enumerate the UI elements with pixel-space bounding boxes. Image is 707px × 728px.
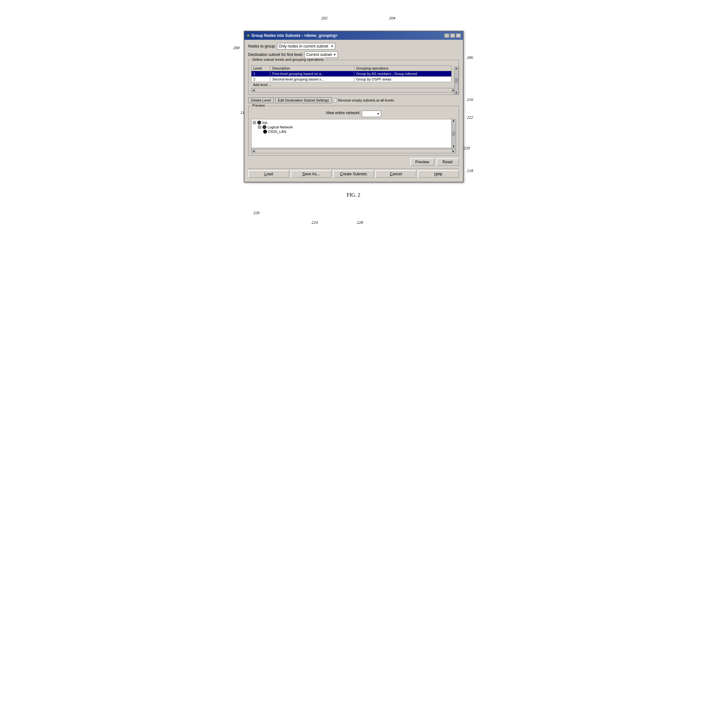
annotation-206: 206: [467, 55, 473, 60]
close-button[interactable]: ✕: [456, 33, 461, 38]
levels-table: Level Description Grouping operations 1 …: [251, 65, 452, 82]
delete-level-button[interactable]: Delete Level: [248, 97, 274, 103]
main-dialog: ✳ Group Nodes into Subnets - <demo_group…: [244, 31, 463, 182]
view-label: View entire network:: [326, 111, 361, 117]
col-description: Description: [270, 66, 354, 71]
scroll-down-icon[interactable]: ▼: [455, 91, 458, 94]
scroll-left-icon[interactable]: ◄: [251, 89, 256, 92]
load-button[interactable]: Load: [248, 170, 289, 178]
destination-subnet-label: Destination subnet for first level:: [248, 52, 303, 57]
tree-item-top[interactable]: ⊟ top: [253, 121, 454, 124]
tree-vertical-scrollbar[interactable]: ▲ ▼: [451, 119, 456, 148]
help-button[interactable]: Help: [418, 170, 459, 178]
app-icon: ✳: [246, 33, 250, 38]
nodes-to-group-dropdown[interactable]: Only nodes in current subnet ▼: [277, 43, 335, 49]
cancel-button[interactable]: Cancel: [375, 170, 416, 178]
annotation-226: 226: [254, 210, 260, 215]
tree-scroll-right-icon[interactable]: ►: [451, 150, 456, 153]
remove-empty-checkbox[interactable]: ✓: [333, 98, 337, 102]
create-subnets-button[interactable]: Create Subnets: [333, 170, 374, 178]
cell-desc-1: First-level grouping based on a...: [270, 71, 354, 77]
reset-button[interactable]: Reset: [436, 158, 459, 166]
nodes-to-group-label: Nodes to group:: [248, 44, 276, 49]
edit-destination-button[interactable]: Edit Destination Subnet Settings: [275, 97, 332, 103]
destination-subnet-row: Destination subnet for first level: Curr…: [248, 51, 459, 58]
tree-expand-logical-icon[interactable]: ⊟: [258, 126, 261, 129]
scroll-track: [256, 88, 451, 92]
figure-caption: FIG. 2: [228, 192, 480, 198]
vertical-scrollbar[interactable]: ▲ ▼: [454, 66, 459, 94]
logical-network-node-icon: [263, 125, 266, 129]
annotation-220: 220: [463, 146, 470, 151]
maximize-button[interactable]: □: [450, 33, 455, 38]
cancel-underline-icon: C: [390, 172, 393, 176]
tree-item-logical-network[interactable]: ⊟ Logical Network: [258, 125, 454, 129]
save-as-button[interactable]: Save As...: [291, 170, 332, 178]
tree-item-cr20-lan[interactable]: CR20_LAN: [263, 130, 454, 134]
bottom-buttons-row: Load Save As... Create Subnets Cancel He…: [248, 169, 459, 179]
view-dropdown[interactable]: ▼: [362, 111, 381, 117]
define-levels-label: Define subnet levels and grouping operat…: [251, 58, 325, 61]
cr20-lan-label: CR20_LAN: [268, 130, 286, 134]
tree-scroll-up-icon[interactable]: ▲: [452, 119, 455, 122]
dialog-title: Group Nodes into Subnets - <demo_groupin…: [251, 33, 338, 38]
annotation-200: 200: [234, 45, 240, 51]
help-label-rest: elp: [437, 172, 442, 176]
tree-expand-top-icon[interactable]: ⊟: [253, 121, 256, 124]
annotation-216: 216: [467, 97, 473, 102]
table-row[interactable]: 2 Second-level grouping based o... Group…: [251, 77, 451, 82]
view-dropdown-arrow-icon: ▼: [377, 112, 380, 116]
cell-level-1: 1: [251, 71, 270, 77]
annotation-218: 218: [467, 168, 473, 173]
horizontal-scrollbar[interactable]: ◄ ►: [251, 88, 456, 92]
tree-scroll-thumb: [452, 131, 455, 136]
create-label-rest: reate Subnets: [343, 172, 367, 176]
remove-empty-checkbox-label[interactable]: ✓ Remove empty subnets at all levels: [333, 98, 394, 102]
tree-h-scroll-track: [256, 149, 451, 153]
top-node-label: top: [263, 121, 267, 124]
load-label-rest: oad: [266, 172, 273, 176]
destination-subnet-value: Current subnet: [306, 52, 332, 57]
col-level: Level: [251, 66, 270, 71]
col-operations: Grouping operations: [354, 66, 451, 71]
cell-level-2: 2: [251, 77, 270, 82]
tree-horizontal-scrollbar[interactable]: ◄ ►: [251, 149, 456, 153]
destination-subnet-dropdown[interactable]: Current subnet ▼: [304, 51, 338, 58]
preview-reset-row: Preview Reset: [248, 158, 459, 166]
table-header-row: Level Description Grouping operations: [251, 66, 451, 71]
title-bar: ✳ Group Nodes into Subnets - <demo_group…: [244, 31, 463, 40]
nodes-to-group-value: Only nodes in current subnet: [278, 44, 328, 49]
help-underline-icon: H: [434, 172, 437, 176]
levels-table-area: Level Description Grouping operations 1 …: [251, 64, 452, 87]
annotation-204: 204: [389, 16, 396, 21]
save-as-label-rest: ave As...: [305, 172, 320, 176]
tree-scroll-left-icon[interactable]: ◄: [251, 150, 256, 153]
table-row[interactable]: 1 First-level grouping based on a... Gro…: [251, 71, 451, 77]
minimize-button[interactable]: _: [444, 33, 449, 38]
dialog-content: Nodes to group: Only nodes in current su…: [244, 40, 463, 182]
window-controls: _ □ ✕: [444, 33, 461, 38]
annotation-228: 228: [357, 220, 364, 225]
preview-group: Preview View entire network: ▼ ⊟ top: [248, 106, 459, 156]
preview-button[interactable]: Preview: [410, 158, 434, 166]
preview-group-label: Preview: [251, 104, 266, 107]
tree-scroll-down-icon[interactable]: ▼: [452, 145, 455, 148]
logical-network-label: Logical Network: [268, 125, 293, 129]
annotation-224: 224: [312, 220, 318, 225]
cr20-lan-node-icon: [263, 130, 267, 134]
cell-desc-2: Second-level grouping based o...: [270, 77, 354, 82]
dropdown-arrow-icon: ▼: [331, 45, 333, 48]
scroll-thumb: [455, 78, 458, 83]
dropdown-arrow-2-icon: ▼: [333, 53, 336, 56]
cancel-label-rest: ancel: [393, 172, 402, 176]
top-node-icon: [257, 121, 261, 124]
remove-empty-label: Remove empty subnets at all levels: [338, 98, 394, 102]
cell-ops-2: Group by OSPF areas: [354, 77, 451, 82]
cell-ops-1: Group by AS numbers ; Group inferred: [354, 71, 451, 77]
scroll-up-icon[interactable]: ▲: [455, 67, 458, 70]
nodes-to-group-row: Nodes to group: Only nodes in current su…: [248, 43, 459, 49]
preview-tree-area: ⊟ top ⊟ Logical Network CR20_LAN: [251, 119, 456, 148]
add-level-item[interactable]: Add level ...: [251, 82, 452, 87]
annotation-202: 202: [321, 16, 328, 21]
define-levels-group: Define subnet levels and grouping operat…: [248, 60, 459, 95]
